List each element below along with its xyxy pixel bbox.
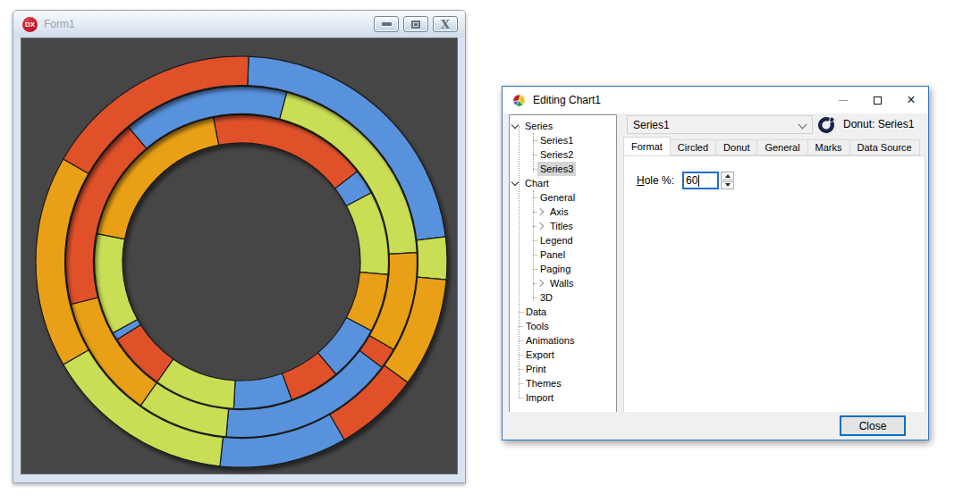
minimize-icon: [839, 100, 848, 101]
tree-item-panel[interactable]: Panel: [510, 247, 616, 262]
tree-item-label: Import: [523, 390, 556, 405]
tree-item-label: Chart: [522, 176, 552, 190]
form1-title: Form1: [44, 18, 374, 30]
editing-chart-dialog: Editing Chart1 × SeriesSeries1Series2Ser…: [502, 86, 929, 440]
donut-chart: [21, 38, 459, 475]
minimize-icon: [382, 22, 392, 26]
tree-item-tools[interactable]: Tools: [510, 319, 616, 333]
tree-item-series3[interactable]: Series3: [510, 162, 616, 176]
donut-segment: [417, 237, 447, 280]
close-icon: X: [441, 19, 450, 30]
tree-item-chart[interactable]: Chart: [510, 176, 616, 190]
tree-item-label: Series2: [537, 147, 576, 162]
hole-percent-label: Hole %:: [637, 174, 674, 187]
tree-item-label: Series1: [537, 133, 576, 147]
tab-strip: FormatCircledDonutGeneralMarksData Sourc…: [623, 137, 920, 155]
tree-item-label: General: [537, 190, 578, 205]
form1-window: DX Form1 X: [13, 10, 466, 483]
tree-item-axis[interactable]: Axis: [510, 205, 616, 219]
maximize-icon: [874, 96, 882, 105]
chevron-right-icon[interactable]: [536, 280, 544, 287]
close-icon: ×: [907, 93, 915, 107]
series-type-label: Donut: Series1: [843, 118, 914, 130]
spin-down-button[interactable]: [721, 181, 734, 190]
series-type-indicator: Donut: Series1: [817, 114, 914, 134]
tree-item-walls[interactable]: Walls: [510, 276, 616, 290]
tab-circled[interactable]: Circled: [671, 139, 716, 155]
tree-item-animations[interactable]: Animations: [510, 333, 616, 348]
form1-close-button[interactable]: X: [433, 16, 458, 32]
tab-general[interactable]: General: [757, 139, 807, 155]
maximize-icon: [411, 21, 420, 29]
tree-item-data[interactable]: Data: [510, 305, 616, 319]
tree-item-label: Print: [523, 362, 549, 376]
chevron-down-icon: [798, 121, 807, 129]
tree-item-legend[interactable]: Legend: [510, 233, 616, 247]
tree-item-label: Legend: [537, 233, 576, 247]
tree-item-label: Titles: [547, 219, 576, 233]
tree-item-label: 3D: [537, 290, 555, 305]
dialog-footer: Close: [503, 412, 928, 440]
tab-format[interactable]: Format: [623, 137, 671, 155]
tree-item-import[interactable]: Import: [510, 390, 616, 405]
format-tab-panel: Hole %: 60: [623, 155, 925, 414]
form1-minimize-button[interactable]: [374, 16, 399, 32]
close-dialog-button[interactable]: Close: [840, 415, 906, 436]
series-select[interactable]: Series1: [627, 115, 813, 134]
tree-item-label: Walls: [547, 276, 576, 290]
tab-data-source[interactable]: Data Source: [850, 139, 920, 155]
series-select-value: Series1: [633, 119, 798, 131]
tree-item-label: Tools: [523, 319, 552, 333]
form1-titlebar: DX Form1 X: [13, 11, 465, 38]
tree-item-label: Series: [522, 119, 555, 133]
dialog-minimize-button[interactable]: [826, 87, 860, 113]
tree-item-series1[interactable]: Series1: [510, 133, 616, 147]
tree-item-label: Animations: [523, 333, 577, 348]
chart-editor-tree-panel: SeriesSeries1Series2Series3ChartGeneralA…: [509, 114, 617, 413]
dialog-close-button[interactable]: ×: [894, 87, 928, 113]
tree-guide: [533, 190, 534, 301]
tree-item-label: Export: [523, 348, 557, 362]
tree-item-print[interactable]: Print: [510, 362, 616, 376]
hole-percent-spinner: [721, 172, 734, 189]
tree-item-general[interactable]: General: [510, 190, 616, 205]
chart-canvas: [21, 38, 458, 474]
donut-series-icon: [817, 115, 836, 134]
tree-item-label: Axis: [547, 205, 571, 219]
tree-item-label: Paging: [537, 262, 573, 276]
chart-pie-icon: [512, 94, 526, 107]
chevron-down-icon[interactable]: [511, 179, 519, 186]
chart-editor-tree: SeriesSeries1Series2Series3ChartGeneralA…: [510, 115, 616, 405]
tree-item-export[interactable]: Export: [510, 348, 616, 362]
form1-maximize-button[interactable]: [403, 16, 428, 32]
tree-item-series2[interactable]: Series2: [510, 147, 616, 162]
hole-percent-input[interactable]: 60: [682, 172, 719, 189]
tab-marks[interactable]: Marks: [808, 139, 850, 155]
chevron-down-icon[interactable]: [511, 122, 519, 129]
dialog-maximize-button[interactable]: [860, 87, 894, 113]
tree-item-series[interactable]: Series: [510, 119, 616, 133]
tree-guide: [533, 133, 534, 172]
dialog-title: Editing Chart1: [533, 94, 826, 106]
tree-item-label: Themes: [523, 376, 564, 390]
chevron-right-icon[interactable]: [536, 208, 544, 215]
tree-item-titles[interactable]: Titles: [510, 219, 616, 233]
chevron-right-icon[interactable]: [536, 222, 544, 230]
dx-logo-icon: DX: [22, 17, 38, 32]
dialog-titlebar: Editing Chart1 ×: [503, 87, 928, 113]
donut-ring-series1: [94, 114, 388, 408]
tree-item-3d[interactable]: 3D: [510, 290, 616, 305]
tree-item-label: Panel: [537, 247, 568, 262]
tree-item-label: Data: [523, 305, 549, 319]
tree-item-label: Series3: [537, 162, 576, 176]
text-caret: [698, 175, 699, 187]
spin-up-button[interactable]: [721, 172, 734, 180]
tree-item-paging[interactable]: Paging: [510, 262, 616, 276]
tab-donut[interactable]: Donut: [716, 139, 757, 155]
tree-item-themes[interactable]: Themes: [510, 376, 616, 390]
tree-guide: [519, 126, 520, 398]
